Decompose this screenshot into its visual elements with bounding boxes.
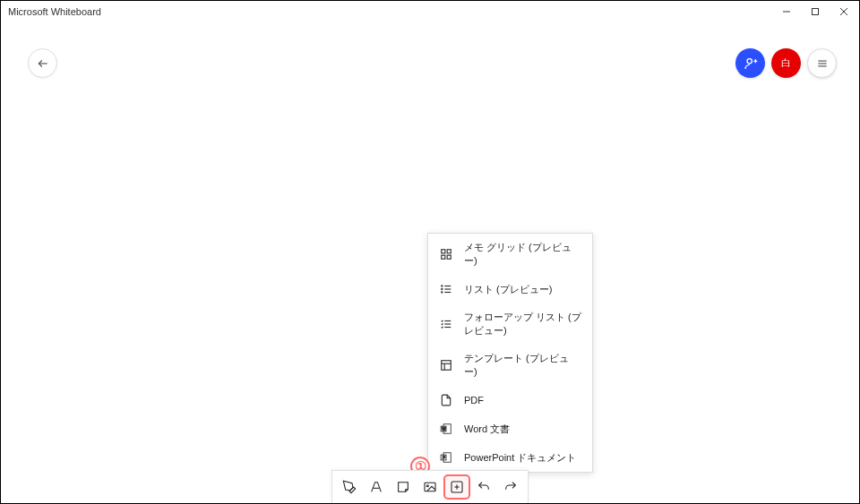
bottom-toolbar: [331, 470, 529, 503]
settings-menu-button[interactable]: [807, 48, 837, 78]
undo-button[interactable]: [470, 474, 497, 500]
insert-menu: メモ グリッド (プレビュー) リスト (プレビュー) フォローアップ リスト …: [427, 233, 593, 473]
menu-item-label: PowerPoint ドキュメント: [464, 451, 576, 465]
menu-item-label: テンプレート (プレビュー): [464, 352, 581, 379]
template-icon: [439, 358, 453, 372]
svg-rect-11: [442, 250, 445, 253]
insert-tool[interactable]: [443, 474, 470, 500]
image-tool[interactable]: [417, 474, 443, 500]
list-icon: [439, 282, 453, 296]
redo-button[interactable]: [497, 474, 524, 500]
pdf-icon: [439, 393, 453, 407]
close-button[interactable]: [839, 7, 852, 16]
menu-item-list[interactable]: リスト (プレビュー): [428, 275, 592, 303]
pen-tool[interactable]: [336, 474, 363, 500]
menu-item-followup-list[interactable]: フォローアップ リスト (プレビュー): [428, 303, 592, 345]
text-tool[interactable]: [363, 474, 390, 500]
svg-text:W: W: [442, 427, 446, 431]
invite-button[interactable]: [735, 48, 765, 78]
svg-point-19: [442, 288, 443, 289]
menu-item-label: リスト (プレビュー): [464, 283, 552, 296]
minimize-button[interactable]: [782, 7, 795, 16]
back-button[interactable]: [28, 48, 57, 78]
menu-item-label: Word 文書: [464, 423, 510, 436]
menu-item-label: PDF: [464, 395, 484, 406]
svg-rect-24: [442, 361, 452, 371]
maximize-button[interactable]: [811, 7, 823, 16]
menu-item-template[interactable]: テンプレート (プレビュー): [428, 345, 592, 386]
svg-rect-13: [442, 255, 445, 259]
svg-rect-12: [447, 250, 451, 253]
window-title: Microsoft Whiteboard: [8, 6, 782, 17]
word-icon: W: [439, 422, 453, 436]
menu-item-word[interactable]: W Word 文書: [428, 414, 592, 443]
title-bar: Microsoft Whiteboard: [1, 1, 859, 22]
powerpoint-icon: P: [439, 450, 453, 465]
svg-rect-14: [447, 255, 451, 259]
menu-item-label: メモ グリッド (プレビュー): [464, 241, 581, 268]
svg-point-18: [442, 286, 443, 286]
svg-rect-1: [813, 9, 819, 15]
svg-point-20: [442, 292, 443, 293]
svg-rect-34: [425, 483, 435, 491]
followup-list-icon: [439, 317, 453, 331]
window-controls: [782, 7, 852, 16]
user-avatar[interactable]: 白: [771, 48, 801, 78]
menu-item-note-grid[interactable]: メモ グリッド (プレビュー): [428, 234, 592, 275]
menu-item-label: フォローアップ リスト (プレビュー): [464, 311, 581, 337]
svg-point-5: [747, 58, 752, 63]
svg-point-35: [426, 485, 428, 487]
menu-item-pdf[interactable]: PDF: [428, 386, 592, 414]
svg-text:P: P: [443, 456, 445, 460]
note-tool[interactable]: [390, 474, 417, 500]
menu-item-powerpoint[interactable]: P PowerPoint ドキュメント: [428, 443, 592, 472]
top-right-controls: 白: [735, 48, 837, 78]
note-grid-icon: [439, 247, 453, 261]
